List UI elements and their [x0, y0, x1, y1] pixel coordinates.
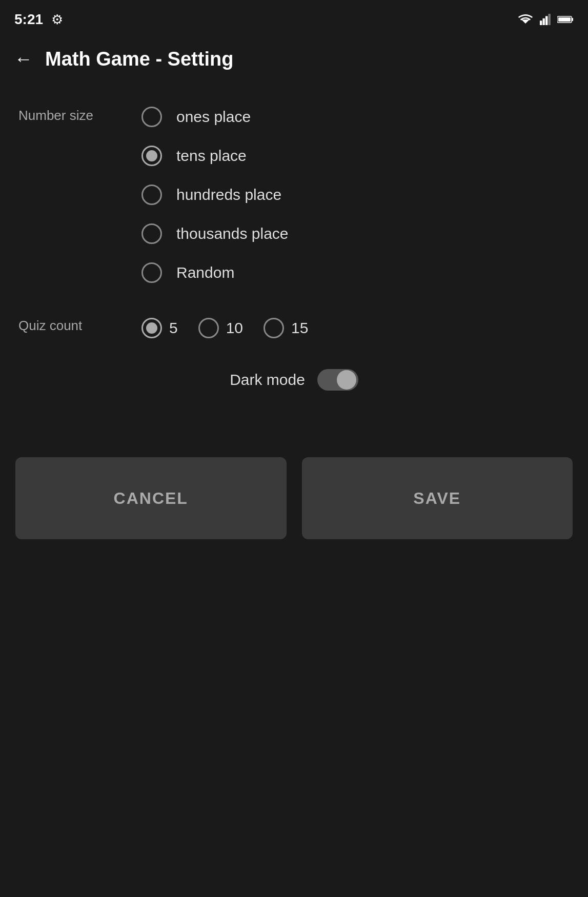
radio-label-random: Random: [176, 264, 234, 281]
svg-rect-7: [558, 17, 571, 22]
dark-mode-toggle[interactable]: [317, 369, 358, 391]
radio-label-hundreds: hundreds place: [176, 186, 281, 203]
svg-rect-2: [543, 18, 545, 25]
battery-icon: [557, 14, 574, 25]
dark-mode-label: Dark mode: [230, 371, 305, 389]
quiz-count-label: Quiz count: [18, 318, 82, 333]
number-size-options: ones place tens place hundreds place tho…: [141, 97, 570, 292]
svg-marker-0: [521, 19, 530, 24]
radio-circle-hundreds: [141, 185, 162, 205]
number-size-label: Number size: [18, 108, 93, 123]
signal-icon: [540, 14, 551, 25]
radio-hundreds[interactable]: hundreds place: [141, 175, 570, 214]
status-time: 5:21: [14, 11, 43, 28]
number-size-label-col: Number size: [18, 97, 141, 124]
radio-circle-q10: [198, 318, 219, 338]
radio-circle-q5: [141, 318, 162, 338]
status-bar: 5:21 ⚙: [0, 0, 588, 36]
svg-rect-3: [545, 16, 548, 25]
radio-tens[interactable]: tens place: [141, 136, 570, 175]
cancel-button[interactable]: CANCEL: [15, 457, 287, 539]
quiz-count-section: Quiz count 5 10 15: [18, 308, 570, 349]
radio-circle-random: [141, 262, 162, 283]
dark-mode-row: Dark mode: [18, 349, 570, 401]
radio-ones[interactable]: ones place: [141, 97, 570, 136]
svg-rect-6: [572, 18, 573, 21]
svg-rect-4: [549, 14, 551, 25]
quiz-count-label-col: Quiz count: [18, 308, 141, 334]
quiz-option-15[interactable]: 15: [263, 318, 308, 338]
radio-label-tens: tens place: [176, 147, 247, 165]
quiz-label-10: 10: [226, 319, 243, 337]
gear-icon: ⚙: [51, 12, 63, 28]
status-right: [517, 14, 574, 25]
app-bar: ← Math Game - Setting: [0, 36, 588, 82]
quiz-label-15: 15: [291, 319, 308, 337]
back-button[interactable]: ←: [14, 50, 33, 68]
status-left: 5:21 ⚙: [14, 11, 63, 28]
toggle-thumb: [337, 370, 356, 390]
number-size-section: Number size ones place tens place hundre…: [18, 97, 570, 292]
radio-label-thousands: thousands place: [176, 225, 289, 242]
radio-thousands[interactable]: thousands place: [141, 214, 570, 253]
quiz-label-5: 5: [169, 319, 178, 337]
action-buttons: CANCEL SAVE: [0, 432, 588, 555]
quiz-option-5[interactable]: 5: [141, 318, 178, 338]
radio-random[interactable]: Random: [141, 253, 570, 292]
quiz-count-row: 5 10 15: [141, 308, 570, 349]
radio-circle-q15: [263, 318, 284, 338]
quiz-count-options: 5 10 15: [141, 308, 570, 349]
radio-label-ones: ones place: [176, 108, 251, 126]
settings-content: Number size ones place tens place hundre…: [0, 82, 588, 411]
radio-circle-ones: [141, 107, 162, 127]
radio-circle-thousands: [141, 223, 162, 244]
svg-rect-1: [540, 21, 542, 25]
radio-circle-tens: [141, 146, 162, 166]
save-button[interactable]: SAVE: [302, 457, 573, 539]
page-title: Math Game - Setting: [45, 48, 233, 70]
wifi-icon: [517, 14, 534, 25]
quiz-option-10[interactable]: 10: [198, 318, 243, 338]
